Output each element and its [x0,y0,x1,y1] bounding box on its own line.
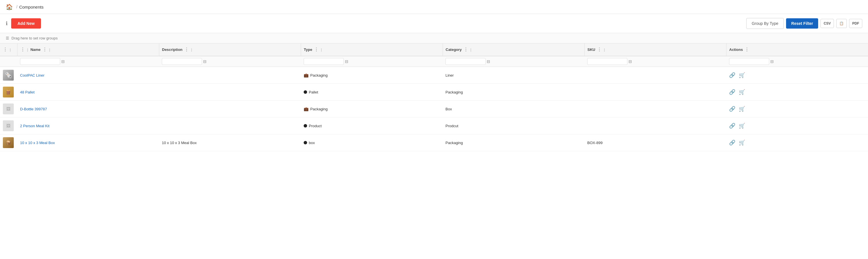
type-label: Packaging [310,107,328,111]
col-name: ⋮ | Name ⋮ | [17,43,159,56]
col-menu-actions[interactable]: ⋮ [745,47,749,52]
category-cell: Liner [443,67,584,84]
toolbar: ℹ Add New Group By Type Reset Filter CSV… [0,14,868,33]
filter-type-icon[interactable]: ⊟ [345,59,348,64]
description-cell [159,67,301,84]
type-dot-icon [304,141,307,144]
filter-category-input[interactable] [445,58,486,65]
table-row: 🪵 48 Pallet Pallet Packaging 🔗 🛒 [0,84,868,101]
breadcrumb-bar: 🏠 / Components [0,0,868,14]
name-cell: 10 x 10 x 3 Meal Box [17,134,159,151]
col-dots-thumb[interactable]: ⋮ [3,47,7,52]
type-label: box [309,141,315,145]
col-sku-label: SKU [588,47,595,52]
col-description: Description ⋮ | [159,43,301,56]
filter-sku-input[interactable] [587,58,627,65]
filter-name-icon[interactable]: ⊟ [61,59,65,64]
type-label: Pallet [309,90,318,94]
col-dots-name[interactable]: ⋮ [20,47,25,52]
table-row: 📦 10 x 10 x 3 Meal Box 10 x 10 x 3 Meal … [0,134,868,151]
link-action-icon[interactable]: 🔗 [729,89,735,95]
description-cell [159,117,301,134]
filter-description-icon[interactable]: ⊟ [203,59,207,64]
cart-action-icon[interactable]: 🛒 [739,106,745,112]
component-name-link[interactable]: 10 x 10 x 3 Meal Box [20,141,55,145]
export-doc-button[interactable]: 📋 [836,19,847,28]
description-cell [159,101,301,117]
sku-cell [584,101,726,117]
filter-type-input[interactable] [304,58,344,65]
category-cell: Packaging [443,134,584,151]
type-cell: 💼 Packaging [301,67,443,84]
col-description-label: Description [162,47,183,52]
category-cell: Packaging [443,84,584,101]
col-menu-category[interactable]: ⋮ [464,47,468,52]
data-table: ⋮ | ⋮ | Name ⋮ | Description [0,43,868,151]
type-briefcase-icon: 💼 [304,107,309,111]
thumb-cell: 🗞️ [0,67,17,84]
filter-name-input[interactable] [20,58,60,65]
home-icon[interactable]: 🏠 [6,3,13,10]
breadcrumb-separator: / [16,5,18,9]
add-new-button[interactable]: Add New [11,18,41,29]
cart-action-icon[interactable]: 🛒 [739,89,745,95]
filter-sku-cell: ⊟ [584,56,726,67]
filter-actions-input[interactable] [729,58,769,65]
filter-description-cell: ⊟ [159,56,301,67]
page-title: Components [19,5,43,9]
drag-group-row[interactable]: ☰ Drag here to set row groups [0,33,868,43]
filter-actions-cell: ⊟ [726,56,868,67]
description-cell: 10 x 10 x 3 Meal Box [159,134,301,151]
component-name-link[interactable]: CoolPAC Liner [20,73,44,77]
col-menu-name[interactable]: ⋮ [42,47,47,52]
sku-cell [584,67,726,84]
drag-text: Drag here to set row groups [11,36,58,40]
table-row: 🖼 2 Person Meal Kit Product Prodcut 🔗 🛒 [0,117,868,134]
name-cell: 48 Pallet [17,84,159,101]
type-cell: box [301,134,443,151]
type-dot-icon [304,124,307,127]
col-category: Category ⋮ | [443,43,584,56]
toolbar-right: Group By Type Reset Filter CSV 📋 PDF [746,18,862,29]
group-by-type-button[interactable]: Group By Type [746,18,784,29]
col-menu-type[interactable]: ⋮ [314,47,318,52]
cart-action-icon[interactable]: 🛒 [739,140,745,146]
type-cell: Pallet [301,84,443,101]
cart-action-icon[interactable]: 🛒 [739,72,745,78]
col-type-label: Type [304,47,312,52]
col-menu-description[interactable]: ⋮ [184,47,189,52]
type-dot-icon [304,90,307,94]
cart-action-icon[interactable]: 🛒 [739,123,745,128]
actions-cell: 🔗 🛒 [726,101,868,117]
col-category-label: Category [446,47,462,52]
link-action-icon[interactable]: 🔗 [729,72,735,78]
row-thumbnail: 🖼 [3,120,14,131]
thumb-cell: 🖼 [0,101,17,117]
link-action-icon[interactable]: 🔗 [729,123,735,128]
name-cell: D-Bottle 399787 [17,101,159,117]
type-cell: Product [301,117,443,134]
col-menu-sku[interactable]: ⋮ [597,47,601,52]
component-name-link[interactable]: 48 Pallet [20,90,35,94]
link-action-icon[interactable]: 🔗 [729,140,735,146]
sku-cell: BOX-899 [584,134,726,151]
table-row: 🗞️ CoolPAC Liner 💼 Packaging Liner 🔗 🛒 [0,67,868,84]
col-name-label: Name [30,47,40,52]
export-pdf-button[interactable]: PDF [849,19,862,28]
link-action-icon[interactable]: 🔗 [729,106,735,112]
actions-cell: 🔗 🛒 [726,117,868,134]
info-icon[interactable]: ℹ [6,20,8,27]
component-name-link[interactable]: 2 Person Meal Kit [20,124,50,128]
type-label: Product [309,124,322,128]
reset-filter-button[interactable]: Reset Filter [786,18,818,29]
filter-sku-icon[interactable]: ⊟ [628,59,632,64]
thumb-cell: 🖼 [0,117,17,134]
export-csv-button[interactable]: CSV [820,19,834,28]
component-name-link[interactable]: D-Bottle 399787 [20,107,47,111]
type-label: Packaging [310,73,328,77]
type-cell: 💼 Packaging [301,101,443,117]
filter-category-icon[interactable]: ⊟ [487,59,490,64]
filter-description-input[interactable] [162,58,202,65]
thumb-cell: 📦 [0,134,17,151]
filter-actions-icon[interactable]: ⊟ [770,59,774,64]
